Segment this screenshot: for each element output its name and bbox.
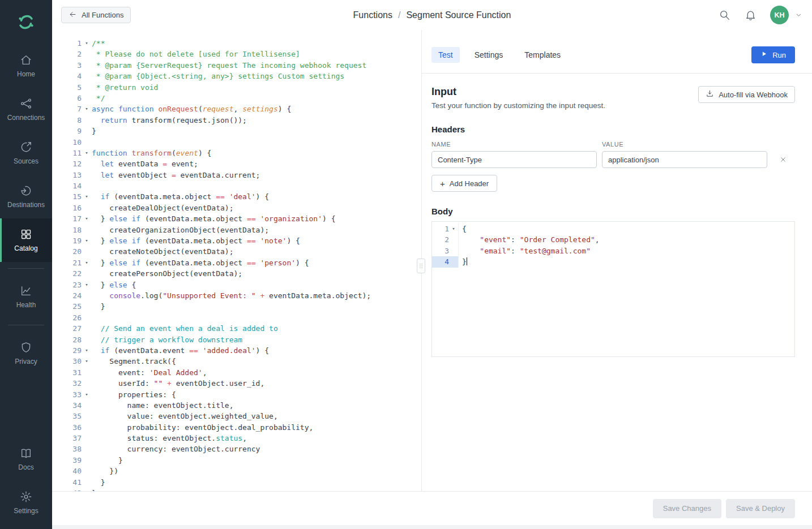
code-line[interactable]: 15▾ if (eventData.meta.object == 'deal')… xyxy=(52,191,421,202)
line-number: 1 xyxy=(432,223,449,234)
code-line[interactable]: 12 let eventData = event; xyxy=(52,158,421,169)
fold-arrow-icon[interactable]: ▾ xyxy=(82,38,92,49)
code-line[interactable]: 1▾/** xyxy=(52,38,421,49)
code-text: "email": "test@gmail.com" xyxy=(462,246,591,256)
fold-arrow-icon[interactable]: ▾ xyxy=(82,257,92,268)
sidebar-item-home[interactable]: Home xyxy=(0,44,52,88)
code-line[interactable]: 32 userId: "" + eventObject.user_id, xyxy=(52,378,421,389)
sidebar-item-sources[interactable]: Sources xyxy=(0,131,52,175)
test-panel-body: Input Test your function by customizing … xyxy=(422,74,812,491)
code-line[interactable]: 37 status: eventObject.status, xyxy=(52,433,421,444)
remove-header-button[interactable] xyxy=(776,153,790,166)
fold-arrow-icon[interactable]: ▾ xyxy=(82,148,92,158)
header-value-input[interactable] xyxy=(602,151,767,168)
code-line[interactable]: 7▾async function onRequest(request, sett… xyxy=(52,104,421,114)
code-line[interactable]: 23▾ } else { xyxy=(52,279,421,290)
code-line[interactable]: 20 createNoteObject(eventData); xyxy=(52,246,421,257)
code-line[interactable]: 42} xyxy=(52,488,421,491)
tab-test[interactable]: Test xyxy=(431,47,460,63)
fold-arrow-icon[interactable]: ▾ xyxy=(82,104,92,114)
code-line[interactable]: 1▾{ xyxy=(432,223,794,234)
code-line[interactable]: 40 }) xyxy=(52,466,421,476)
code-line[interactable]: 5 * @return void xyxy=(52,82,421,93)
sidebar-item-privacy[interactable]: Privacy xyxy=(0,332,52,375)
code-line[interactable]: 8 return transform(request.json()); xyxy=(52,115,421,126)
code-line[interactable]: 24 console.log("Unsupported Event: " + e… xyxy=(52,290,421,301)
sidebar-item-docs[interactable]: Docs xyxy=(0,437,52,481)
code-line[interactable]: 21▾ } else if (eventData.meta.object == … xyxy=(52,257,421,268)
pane-resize-handle[interactable] xyxy=(417,259,425,273)
gutter: 3 xyxy=(52,60,92,71)
code-line[interactable]: 31 event: 'Deal Added', xyxy=(52,367,421,378)
sidebar-item-health[interactable]: Health xyxy=(0,275,52,319)
gutter: 18 xyxy=(52,225,92,235)
code-line[interactable]: 13 let eventObject = eventData.current; xyxy=(52,170,421,180)
tab-templates[interactable]: Templates xyxy=(518,47,567,63)
add-header-button[interactable]: + Add Header xyxy=(431,175,497,192)
code-line[interactable]: 18 createOrganizationObject(eventData); xyxy=(52,225,421,235)
code-line[interactable]: 11▾function transform(event) { xyxy=(52,148,421,158)
code-line[interactable]: 4} xyxy=(432,256,794,267)
code-line[interactable]: 14 xyxy=(52,180,421,191)
fold-arrow-icon[interactable]: ▾ xyxy=(449,223,458,234)
code-editor-lines: 1▾/**2 * Please do not delete [used for … xyxy=(52,38,421,491)
code-line[interactable]: 16 createDealObject(eventData); xyxy=(52,203,421,213)
code-line[interactable]: 10 xyxy=(52,137,421,148)
fold-arrow-icon[interactable]: ▾ xyxy=(82,213,92,224)
tab-settings[interactable]: Settings xyxy=(468,47,510,63)
code-line[interactable]: 29▾ if (eventData.event == 'added.deal')… xyxy=(52,345,421,356)
fold-arrow-icon[interactable]: ▾ xyxy=(82,356,92,367)
code-line[interactable]: 30▾ Segment.track({ xyxy=(52,356,421,367)
code-line[interactable]: 34 name: eventObject.title, xyxy=(52,400,421,411)
code-line[interactable]: 19▾ } else if (eventData.meta.object == … xyxy=(52,235,421,246)
code-line[interactable]: 36 probability: eventObject.deal_probabi… xyxy=(52,422,421,433)
fold-arrow-icon[interactable]: ▾ xyxy=(82,389,92,400)
code-line[interactable]: 26 xyxy=(52,312,421,323)
fold-arrow-icon[interactable]: ▾ xyxy=(82,345,92,356)
code-line[interactable]: 2 * Please do not delete [used for Intel… xyxy=(52,49,421,59)
code-line[interactable]: 6 */ xyxy=(52,93,421,104)
code-line[interactable]: 3 "email": "test@gmail.com" xyxy=(432,246,794,256)
header-name-input[interactable] xyxy=(431,151,597,168)
sidebar-item-destinations[interactable]: Destinations xyxy=(0,175,52,218)
fold-arrow-icon[interactable]: ▾ xyxy=(82,235,92,246)
code-line[interactable]: 33▾ properties: { xyxy=(52,389,421,400)
segment-logo[interactable] xyxy=(0,0,52,44)
run-button[interactable]: Run xyxy=(751,46,795,63)
chevron-down-icon[interactable] xyxy=(796,12,802,18)
breadcrumb-functions[interactable]: Functions xyxy=(353,10,392,20)
body-title: Body xyxy=(431,207,795,216)
sidebar-item-settings[interactable]: Settings xyxy=(0,481,52,524)
search-icon[interactable] xyxy=(718,9,730,21)
code-line[interactable]: 4 * @param {Object.<string, any>} settin… xyxy=(52,71,421,81)
all-functions-back-button[interactable]: All Functions xyxy=(61,7,131,23)
code-line[interactable]: 22 createPersonObject(eventData); xyxy=(52,268,421,279)
save-deploy-button[interactable]: Save & Deploy xyxy=(726,499,795,518)
code-line[interactable]: 38 currency: eventObject.currency xyxy=(52,444,421,454)
save-changes-button[interactable]: Save Changes xyxy=(653,499,721,518)
header-rows xyxy=(431,151,795,168)
sidebar-item-connections[interactable]: Connections xyxy=(0,88,52,131)
autofill-webhook-button[interactable]: Auto-fill via Webhook xyxy=(698,86,795,103)
fold-arrow-icon[interactable]: ▾ xyxy=(82,279,92,290)
code-line[interactable]: 27 // Send an event when a deal is added… xyxy=(52,323,421,334)
code-line[interactable]: 25 } xyxy=(52,301,421,312)
code-line[interactable]: 17▾ } else if (eventData.meta.object == … xyxy=(52,213,421,224)
gutter: 37 xyxy=(52,433,92,444)
gutter: 14 xyxy=(52,180,92,191)
code-line[interactable]: 9} xyxy=(52,126,421,136)
body-editor[interactable]: 1▾{2 "event": "Order Completed",3 "email… xyxy=(431,221,795,357)
bell-icon[interactable] xyxy=(744,9,757,21)
avatar[interactable]: KH xyxy=(770,6,789,24)
sidebar-item-catalog[interactable]: Catalog xyxy=(0,218,52,262)
code-editor[interactable]: 1▾/**2 * Please do not delete [used for … xyxy=(52,30,421,491)
code-line[interactable]: 28 // trigger a workflow downstream xyxy=(52,334,421,345)
code-line[interactable]: 3 * @param {ServerRequest} request The i… xyxy=(52,60,421,71)
code-line[interactable]: 41 } xyxy=(52,477,421,488)
fold-arrow-icon[interactable]: ▾ xyxy=(82,191,92,202)
code-line[interactable]: 39 } xyxy=(52,455,421,466)
line-number: 32 xyxy=(52,378,82,389)
code-line[interactable]: 2 "event": "Order Completed", xyxy=(432,234,794,245)
body-section: Body 1▾{2 "event": "Order Completed",3 "… xyxy=(431,207,795,357)
code-line[interactable]: 35 value: eventObject.weighted_value, xyxy=(52,411,421,422)
